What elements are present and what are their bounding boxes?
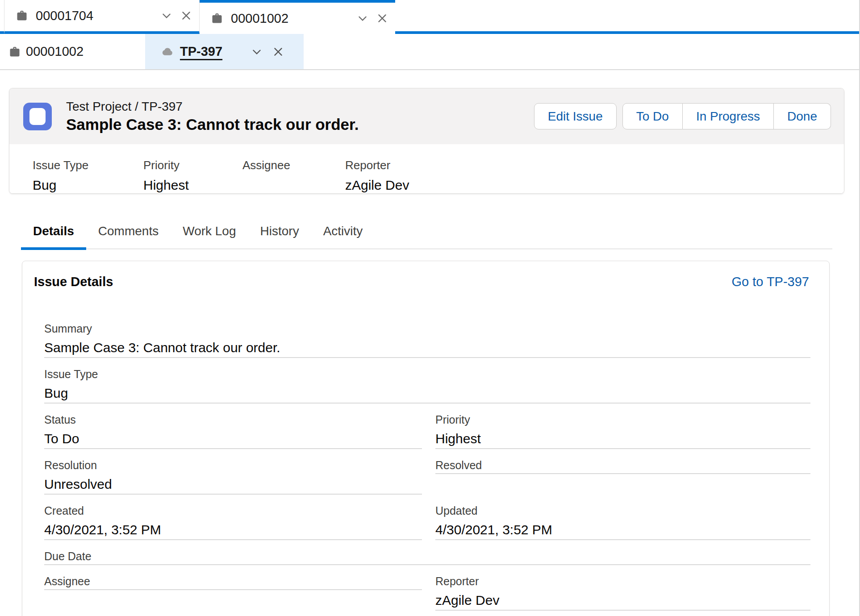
field-value: Bug xyxy=(44,386,810,401)
field-status: Status To Do xyxy=(44,404,422,449)
briefcase-icon xyxy=(15,9,29,22)
field-value: Bug xyxy=(33,177,143,193)
field-value: Sample Case 3: Cannot track our order. xyxy=(44,340,810,355)
done-button[interactable]: Done xyxy=(774,103,831,129)
workspace-tab-bar: 00001704 00001002 xyxy=(0,0,859,34)
field-value: zAgile Dev xyxy=(435,593,810,608)
highlights-fields: Issue Type Bug Priority Highest Assignee… xyxy=(9,144,844,193)
close-icon[interactable] xyxy=(376,12,388,24)
workspace-tab-00001704[interactable]: 00001704 xyxy=(4,0,200,34)
in-progress-button[interactable]: In Progress xyxy=(683,103,774,129)
field-label: Reporter xyxy=(435,575,810,587)
issue-actions: Edit Issue To Do In Progress Done xyxy=(534,103,831,129)
tab-history[interactable]: History xyxy=(248,219,311,248)
field-value: Unresolved xyxy=(44,477,422,492)
issue-record-icon-glyph xyxy=(29,108,46,125)
field-label: Priority xyxy=(143,158,242,172)
page-title: Sample Case 3: Cannot track our order. xyxy=(66,116,359,133)
field-label: Created xyxy=(44,504,422,517)
breadcrumb: Test Project / TP-397 xyxy=(66,100,359,114)
briefcase-icon xyxy=(8,46,21,58)
workspace-tab-label: 00001704 xyxy=(36,8,153,23)
field-resolved: Resolved xyxy=(435,449,810,474)
cloud-icon xyxy=(159,45,175,58)
chevron-down-icon[interactable] xyxy=(251,46,263,58)
field-value: zAgile Dev xyxy=(345,177,831,193)
field-label: Resolution xyxy=(44,459,422,471)
go-to-issue-link[interactable]: Go to TP-397 xyxy=(731,275,809,289)
tab-bar-edge xyxy=(0,0,4,34)
close-icon[interactable] xyxy=(180,10,192,21)
field-label: Assignee xyxy=(44,575,422,587)
field-resolution: Resolution Unresolved xyxy=(44,449,422,495)
field-value: 4/30/2021, 3:52 PM xyxy=(44,522,422,537)
field-priority: Priority Highest xyxy=(435,404,810,449)
field-label: Resolved xyxy=(435,459,810,471)
workspace-tab-00001002[interactable]: 00001002 xyxy=(200,0,395,34)
tab-work-log[interactable]: Work Log xyxy=(171,219,248,248)
tab-comments[interactable]: Comments xyxy=(86,219,171,248)
to-do-button[interactable]: To Do xyxy=(622,103,683,129)
edit-issue-button[interactable]: Edit Issue xyxy=(534,103,617,129)
console-viewport: 00001704 00001002 xyxy=(0,0,860,616)
field-created: Created 4/30/2021, 3:52 PM xyxy=(44,495,422,540)
subtab-label: 00001002 xyxy=(26,44,83,59)
field-label: Reporter xyxy=(345,158,831,172)
field-divider xyxy=(435,610,810,611)
highlight-field-assignee: Assignee xyxy=(242,158,345,193)
issue-highlights-header: Test Project / TP-397 Sample Case 3: Can… xyxy=(9,88,844,144)
field-value: Highest xyxy=(435,431,810,446)
close-icon[interactable] xyxy=(272,46,284,58)
field-divider xyxy=(44,589,422,590)
issue-details-card: Issue Details Go to TP-397 Summary Sampl… xyxy=(22,261,830,616)
field-label: Summary xyxy=(44,322,810,335)
field-assignee: Assignee xyxy=(44,565,422,590)
field-reporter: Reporter zAgile Dev xyxy=(435,565,810,611)
field-label: Issue Type xyxy=(33,158,143,172)
field-value: 4/30/2021, 3:52 PM xyxy=(435,522,810,537)
issue-highlights-card: Test Project / TP-397 Sample Case 3: Can… xyxy=(9,88,844,194)
chevron-down-icon[interactable] xyxy=(161,10,172,21)
issue-details-heading: Issue Details xyxy=(34,275,113,289)
field-label: Updated xyxy=(435,504,810,517)
field-label: Priority xyxy=(435,413,810,426)
highlight-field-reporter: Reporter zAgile Dev xyxy=(345,158,831,193)
field-value: Highest xyxy=(143,177,242,193)
chevron-down-icon[interactable] xyxy=(357,12,368,24)
field-issue-type: Issue Type Bug xyxy=(44,358,810,404)
tab-bar-filler xyxy=(395,0,859,34)
record-page: Test Project / TP-397 Sample Case 3: Can… xyxy=(0,70,859,616)
tab-activity[interactable]: Activity xyxy=(311,219,375,248)
workspace-tab-label: 00001002 xyxy=(231,11,349,26)
tab-details[interactable]: Details xyxy=(21,219,86,248)
subtab-00001002[interactable]: 00001002 xyxy=(0,34,145,69)
subtab-tp-397[interactable]: TP-397 xyxy=(145,34,304,69)
subtab-bar: 00001002 TP-397 xyxy=(0,34,859,70)
field-divider xyxy=(435,473,810,474)
briefcase-icon xyxy=(210,12,224,25)
issue-record-icon xyxy=(23,103,52,130)
field-value: To Do xyxy=(44,431,422,446)
field-due-date: Due Date xyxy=(44,540,810,565)
field-label: Assignee xyxy=(242,158,345,172)
field-summary: Summary Sample Case 3: Cannot track our … xyxy=(44,312,810,358)
detail-tabset: Details Comments Work Log History Activi… xyxy=(21,219,832,250)
highlight-field-issue-type: Issue Type Bug xyxy=(33,158,143,193)
field-label: Status xyxy=(44,413,422,426)
field-updated: Updated 4/30/2021, 3:52 PM xyxy=(435,495,810,540)
subtab-label: TP-397 xyxy=(180,44,222,59)
highlight-field-priority: Priority Highest xyxy=(143,158,242,193)
field-label: Issue Type xyxy=(44,368,810,380)
field-label: Due Date xyxy=(44,550,810,562)
status-button-group: To Do In Progress Done xyxy=(622,103,831,129)
issue-details-fields: Summary Sample Case 3: Cannot track our … xyxy=(22,312,829,611)
